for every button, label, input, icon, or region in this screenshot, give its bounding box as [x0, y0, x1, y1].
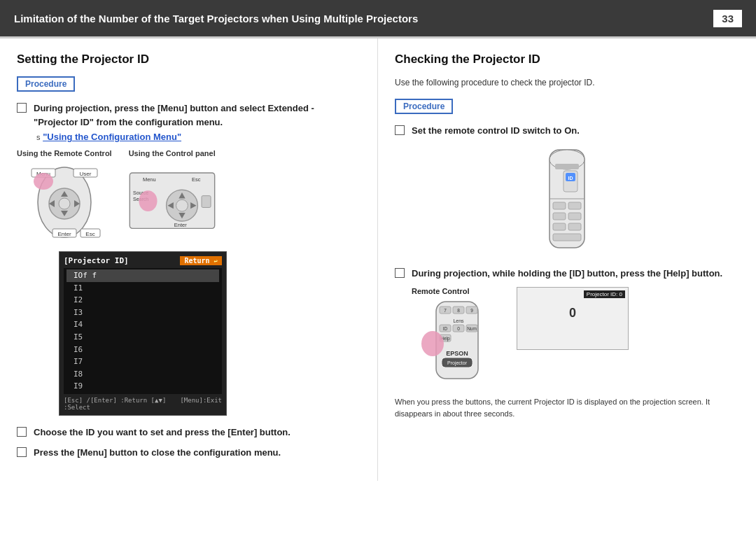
menu-item-i6: I6 — [66, 344, 219, 356]
left-step1-row: During projection, press the [Menu] butt… — [17, 101, 360, 142]
remote-control-block: Using the Remote Control Menu User — [17, 149, 112, 244]
image1-label: Using the Remote Control — [17, 149, 112, 157]
right-step2-checkbox — [395, 268, 405, 278]
left-step3-row: Press the [Menu] button to close the con… — [17, 446, 360, 460]
page-number: 33 — [713, 10, 742, 27]
left-step1-text: During projection, press the [Menu] butt… — [34, 101, 360, 129]
left-step1-content: During projection, press the [Menu] butt… — [34, 101, 360, 142]
left-section-title: Setting the Projector ID — [17, 52, 360, 66]
proj-id-display: 0 — [522, 306, 624, 321]
svg-point-63 — [421, 331, 444, 356]
svg-text:Enter: Enter — [57, 231, 71, 237]
svg-rect-38 — [568, 202, 581, 209]
left-step2-checkbox — [17, 427, 27, 437]
remote-control-illustration: Menu User Enter — [19, 160, 110, 244]
svg-rect-28 — [202, 196, 211, 208]
svg-point-10 — [59, 198, 70, 209]
menu-item-i1: I1 — [66, 282, 219, 295]
proj-screen-title: Projector ID: 0 — [584, 290, 625, 298]
menu-title-text: [Projector ID] — [64, 256, 129, 265]
svg-text:Num: Num — [467, 326, 477, 331]
projector-screen-box: Projector ID: 0 0 — [517, 287, 629, 350]
right-step1-checkbox — [395, 125, 405, 135]
svg-rect-42 — [568, 223, 581, 230]
svg-text:Menu: Menu — [143, 176, 156, 183]
svg-text:7: 7 — [444, 308, 447, 313]
svg-text:0: 0 — [457, 326, 460, 331]
svg-text:Esc: Esc — [192, 176, 201, 183]
step1-link-prefix: s — [36, 133, 41, 141]
header-title: Limitation of the Number of the Target P… — [14, 13, 418, 24]
small-remote-illustration: 7 8 9 Lens ID 0 Num Help — [412, 298, 503, 389]
svg-rect-32 — [555, 164, 579, 169]
step1-link[interactable]: "Using the Configuration Menu" — [43, 132, 181, 142]
menu-item-ioff: IOf f — [66, 269, 219, 282]
svg-text:Projector: Projector — [447, 360, 468, 366]
left-step3-checkbox — [17, 447, 27, 457]
bottom-illus-row: Remote Control 7 8 9 Lens ID — [412, 287, 739, 389]
menu-footer: [Esc] /[Enter] :Return [▲▼] :Select [Men… — [64, 397, 222, 411]
svg-rect-40 — [568, 213, 581, 220]
svg-rect-39 — [553, 213, 566, 220]
svg-text:Esc: Esc — [85, 231, 94, 237]
right-remote-illustration: ID — [528, 146, 606, 258]
remote-label: Remote Control — [412, 287, 470, 295]
menu-footer-left: [Esc] /[Enter] :Return [▲▼] :Select — [64, 397, 180, 411]
menu-item-i9: I9 — [66, 380, 219, 393]
right-procedure-badge: Procedure — [395, 99, 453, 114]
menu-title-row: [Projector ID] Return ↩ — [64, 256, 222, 265]
menu-return-btn: Return ↩ — [180, 256, 222, 265]
right-intro-text: Use the following procedure to check the… — [395, 76, 739, 89]
projector-id-menu-screen: [Projector ID] Return ↩ IOf f I1 I2 I3 I… — [59, 251, 227, 416]
menu-footer-right: [Menu]:Exit — [180, 397, 222, 411]
svg-text:ID: ID — [443, 326, 448, 331]
menu-items-list: IOf f I1 I2 I3 I4 I5 I6 I7 I8 I9 — [64, 268, 222, 394]
images-row: Using the Remote Control Menu User — [17, 149, 360, 244]
svg-text:EPSON: EPSON — [446, 350, 468, 357]
svg-text:ID: ID — [568, 176, 573, 181]
svg-point-29 — [139, 190, 157, 211]
svg-text:Enter: Enter — [174, 222, 186, 228]
svg-text:Lens: Lens — [453, 318, 464, 323]
menu-item-i2: I2 — [66, 294, 219, 307]
right-step1-row: Set the remote control ID switch to On. — [395, 124, 739, 138]
svg-rect-41 — [553, 223, 566, 230]
right-step1-text: Set the remote control ID switch to On. — [412, 124, 580, 138]
right-step2-text: During projection, while holding the [ID… — [412, 267, 722, 281]
right-step2-row: During projection, while holding the [ID… — [395, 267, 739, 281]
right-section-title: Checking the Projector ID — [395, 52, 739, 66]
projector-screen-block: Projector ID: 0 0 — [517, 287, 629, 350]
bottom-remote-block: Remote Control 7 8 9 Lens ID — [412, 287, 503, 389]
left-procedure-badge: Procedure — [17, 76, 75, 92]
menu-item-i8: I8 — [66, 368, 219, 381]
left-step2-text: Choose the ID you want to set and press … — [34, 426, 290, 440]
svg-rect-43 — [553, 234, 581, 241]
image2-label: Using the Control panel — [129, 149, 216, 157]
left-step3-text: Press the [Menu] button to close the con… — [34, 446, 281, 460]
content-area: Setting the Projector ID Procedure Durin… — [0, 36, 756, 481]
menu-item-i5: I5 — [66, 331, 219, 344]
control-panel-illustration: Menu Esc Source Search Enter — [123, 160, 221, 244]
svg-text:8: 8 — [457, 308, 460, 313]
menu-item-i4: I4 — [66, 318, 219, 331]
left-step2-row: Choose the ID you want to set and press … — [17, 426, 360, 440]
page-header: Limitation of the Number of the Target P… — [0, 0, 756, 36]
svg-text:User: User — [79, 171, 91, 177]
left-step1-checkbox — [17, 103, 27, 113]
right-remote-area: ID — [395, 146, 739, 258]
svg-point-15 — [34, 173, 53, 190]
bottom-desc: When you press the buttons, the current … — [395, 396, 739, 419]
menu-item-i7: I7 — [66, 356, 219, 368]
left-column: Setting the Projector ID Procedure Durin… — [0, 38, 378, 481]
svg-rect-37 — [553, 202, 566, 209]
left-step1-link-row: s "Using the Configuration Menu" — [34, 132, 360, 142]
svg-point-26 — [176, 199, 188, 211]
menu-item-i3: I3 — [66, 307, 219, 319]
control-panel-block: Using the Control panel Menu Esc Source … — [123, 149, 221, 244]
svg-text:9: 9 — [470, 308, 473, 313]
right-column: Checking the Projector ID Use the follow… — [378, 38, 756, 481]
